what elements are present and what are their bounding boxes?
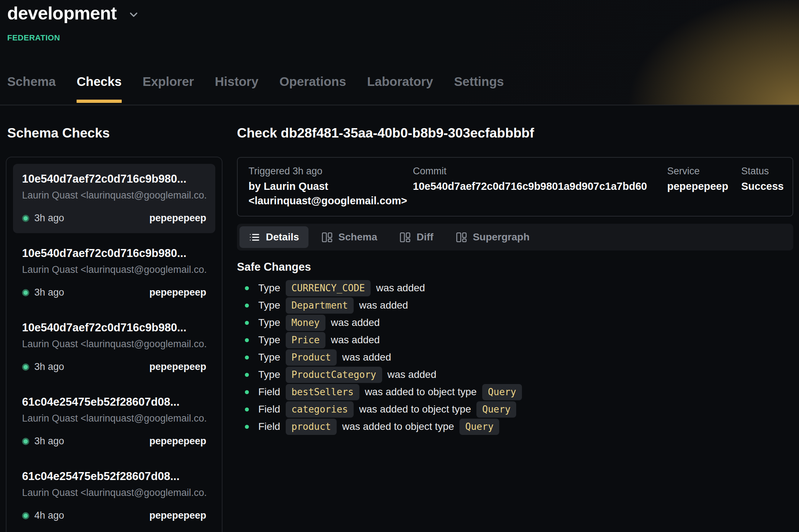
change-code: bestSellers [286,384,359,400]
tab-history[interactable]: History [204,74,269,105]
schema-checks-sidebar: Schema Checks 10e540d7aef72c0d716c9b980.… [6,126,223,532]
change-kind: Type [258,334,280,346]
change-description: was added [331,334,380,346]
tab-checks[interactable]: Checks [66,74,132,105]
change-kind: Type [258,300,280,311]
federation-badge: FEDERATION [7,33,60,43]
check-time: 3h ago [34,361,64,372]
change-code: Product [286,349,337,366]
check-time: 3h ago [34,213,64,224]
check-meta-row: 4h agopepepepeep [22,510,206,521]
view-tab-supergraph[interactable]: Supergraph [446,226,539,248]
meta-triggered: Triggered 3h ago by Laurin Quast <laurin… [249,166,413,208]
tab-label: Laboratory [367,74,433,88]
tab-explorer[interactable]: Explorer [132,74,204,105]
tab-label: Settings [454,74,504,88]
change-row: TypeProductwas added [237,349,793,366]
change-description: was added [388,369,436,380]
check-service: pepepepeep [149,436,206,447]
change-code: product [286,419,337,435]
check-title: Check db28f481-35aa-40b0-b8b9-303ecfabbb… [237,126,793,141]
view-tab-diff[interactable]: Diff [390,226,443,248]
check-meta-card: Triggered 3h ago by Laurin Quast <laurin… [237,157,793,217]
change-kind: Field [258,404,280,415]
check-service: pepepepeep [149,287,206,298]
meta-service: Service pepepepeep [667,166,741,208]
check-time: 3h ago [34,287,64,298]
tab-laboratory[interactable]: Laboratory [357,74,444,105]
check-view-tab-bar: DetailsSchemaDiffSupergraph [237,224,793,250]
triggered-label: Triggered 3h ago [249,166,413,177]
check-meta-row: 3h agopepepepeep [22,287,206,298]
check-list-item[interactable]: 10e540d7aef72c0d716c9b980...Laurin Quast… [13,238,215,308]
change-description: was added [359,300,408,311]
change-row: Fieldcategorieswas added to object typeQ… [237,401,793,418]
view-tab-details[interactable]: Details [239,226,308,248]
check-list-item[interactable]: 10e540d7aef72c0d716c9b980...Laurin Quast… [13,164,215,233]
check-time: 3h ago [34,436,64,447]
change-kind: Type [258,352,280,363]
bullet-icon [245,304,249,308]
change-code: CURRENCY_CODE [286,280,371,296]
tab-label: Explorer [143,74,194,88]
status-value: Success [741,179,782,193]
view-tab-schema[interactable]: Schema [312,226,386,248]
tab-operations[interactable]: Operations [269,74,357,105]
chevron-down-icon[interactable] [128,8,140,22]
change-code: Price [286,332,325,348]
change-description: was added [376,282,425,294]
check-status: 3h ago [22,213,64,224]
project-header: development FEDERATION SchemaChecksExplo… [0,0,799,105]
change-row: Fieldproductwas added to object typeQuer… [237,418,793,435]
change-row: TypePricewas added [237,331,793,349]
change-row: TypeMoneywas added [237,314,793,331]
service-name: pepepepeep [667,179,741,193]
check-list-item[interactable]: 61c04e25475eb52f28607d08...Laurin Quast … [13,387,215,456]
check-id: 10e540d7aef72c0d716c9b980... [22,247,206,260]
change-row: TypeProductCategorywas added [237,366,793,383]
columns-icon [321,232,333,243]
green-dot-icon [22,363,29,371]
check-id: 61c04e25475eb52f28607d08... [22,470,206,483]
check-time: 4h ago [34,510,64,521]
columns-icon [400,232,411,243]
change-code: Department [286,297,354,314]
check-service: pepepepeep [149,213,206,224]
tab-schema[interactable]: Schema [7,74,66,105]
tab-label: Checks [77,74,122,88]
checks-list-panel: 10e540d7aef72c0d716c9b980...Laurin Quast… [6,157,223,532]
check-list-item[interactable]: 10e540d7aef72c0d716c9b980...Laurin Quast… [13,313,215,382]
check-list-item[interactable]: 61c04e25475eb52f28607d08...Laurin Quast … [13,461,215,531]
change-description: was added [342,352,391,363]
view-tab-label: Supergraph [473,231,530,243]
safe-changes-title: Safe Changes [237,261,793,274]
change-code: ProductCategory [286,367,382,383]
meta-status: Status Success [741,166,782,208]
check-service: pepepepeep [149,361,206,372]
green-dot-icon [22,215,29,222]
tab-settings[interactable]: Settings [444,74,514,105]
bullet-icon [245,286,249,290]
change-kind: Type [258,369,280,380]
check-author: Laurin Quast <laurinquast@googlemail.co.… [22,413,206,424]
change-target-code: Query [476,401,516,418]
service-label: Service [667,166,741,177]
check-meta-row: 3h agopepepepeep [22,361,206,372]
check-id: 61c04e25475eb52f28607d08... [22,396,206,409]
view-tab-label: Schema [338,231,377,243]
change-row: TypeDepartmentwas added [237,297,793,314]
project-switcher[interactable]: development [7,3,140,24]
check-service: pepepepeep [149,510,206,521]
change-code: categories [286,401,354,418]
project-name: development [7,3,117,24]
change-description: was added to object type [342,421,454,432]
change-kind: Field [258,386,280,398]
check-status: 3h ago [22,436,64,447]
change-kind: Field [258,421,280,432]
meta-commit: Commit 10e540d7aef72c0d716c9b9801a9d907c… [413,166,667,208]
tab-label: History [215,74,259,88]
status-label: Status [741,166,782,177]
sidebar-title: Schema Checks [7,126,223,141]
check-author: Laurin Quast <laurinquast@googlemail.co.… [22,487,206,498]
check-author: Laurin Quast <laurinquast@googlemail.co.… [22,190,206,201]
